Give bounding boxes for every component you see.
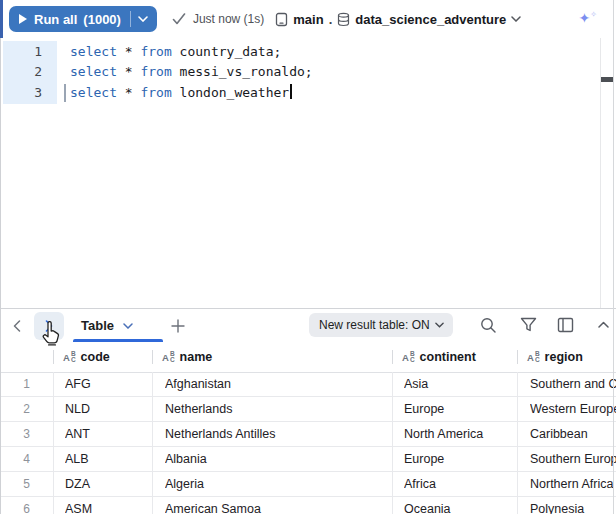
window-left-border: [0, 38, 1, 514]
filter-icon[interactable]: [520, 317, 537, 333]
cell-region[interactable]: Northern Africa: [530, 472, 616, 496]
top-toolbar: Run all (1000) Just now (1s) main . data…: [0, 0, 616, 38]
cell-continent[interactable]: Africa: [404, 472, 515, 496]
results-table: ABC code ABC name ABC continent ABC regi…: [0, 342, 616, 514]
search-icon[interactable]: [480, 317, 497, 334]
table-row: 2 NLD Netherlands Europe Western Europe: [0, 397, 616, 422]
row-number[interactable]: 4: [0, 447, 53, 471]
table-header-row: ABC code ABC name ABC continent ABC regi…: [0, 342, 616, 373]
table-row: 3 ANT Netherlands Antilles North America…: [0, 422, 616, 447]
schema-icon: [275, 12, 288, 27]
column-header-name[interactable]: ABC name: [152, 342, 392, 372]
line-number: 2: [0, 62, 42, 82]
cell-name[interactable]: Netherlands: [165, 397, 390, 421]
row-number[interactable]: 3: [0, 422, 53, 446]
cell-code[interactable]: ALB: [65, 447, 150, 471]
column-header-continent[interactable]: ABC continent: [392, 342, 517, 372]
table-row: 6 ASM American Samoa Oceania Polynesia: [0, 497, 616, 514]
cell-name[interactable]: Afghanistan: [165, 372, 390, 396]
breadcrumb-schema[interactable]: main: [293, 12, 323, 27]
cell-region[interactable]: Southern Europe: [530, 447, 616, 471]
breadcrumb-separator: .: [329, 12, 333, 27]
table-row: 4 ALB Albania Europe Southern Europe: [0, 447, 616, 472]
table-row: 5 DZA Algeria Africa Northern Africa: [0, 472, 616, 497]
run-button-divider: [130, 11, 131, 27]
line-number: 1: [0, 42, 42, 62]
cell-continent[interactable]: Europe: [404, 397, 515, 421]
status-text: Just now (1s): [193, 12, 264, 26]
cell-continent[interactable]: Asia: [404, 372, 515, 396]
text-type-icon: ABC: [63, 351, 76, 363]
row-number[interactable]: 1: [0, 372, 53, 396]
cell-code[interactable]: ASM: [65, 497, 150, 514]
code-line: 3 select * from london_weather: [0, 83, 600, 103]
breadcrumb-database[interactable]: data_science_adventure: [355, 12, 506, 27]
tab-chevron-down-icon[interactable]: [123, 323, 133, 329]
line-number: 3: [0, 83, 42, 103]
run-row-count: (1000): [83, 12, 121, 27]
row-number[interactable]: 5: [0, 472, 53, 496]
cell-name[interactable]: Albania: [165, 447, 390, 471]
new-result-table-toggle[interactable]: New result table: ON: [309, 313, 453, 337]
execution-status: Just now (1s): [172, 12, 264, 26]
sql-console-window: Run all (1000) Just now (1s) main . data…: [0, 0, 616, 514]
ai-assistant-icon[interactable]: ✦✧: [579, 10, 597, 26]
collapse-panel-icon[interactable]: [598, 321, 609, 328]
pill-chevron-down-icon: [435, 322, 444, 328]
text-type-icon: ABC: [402, 351, 415, 363]
check-icon: [172, 13, 186, 25]
column-header-region[interactable]: ABC region: [517, 342, 616, 372]
cell-region[interactable]: Western Europe: [530, 397, 616, 421]
sql-editor[interactable]: 1 select * from country_data; 2 select *…: [0, 38, 616, 308]
table-row: 1 AFG Afghanistan Asia Southern and Cent…: [0, 372, 616, 397]
text-type-icon: ABC: [527, 351, 540, 363]
cell-continent[interactable]: Oceania: [404, 497, 515, 514]
cell-code[interactable]: DZA: [65, 472, 150, 496]
cell-name[interactable]: American Samoa: [165, 497, 390, 514]
tab-table[interactable]: Table: [81, 318, 133, 333]
breadcrumb[interactable]: main . data_science_adventure: [275, 12, 521, 27]
cell-continent[interactable]: North America: [404, 422, 515, 446]
run-all-button[interactable]: Run all (1000): [9, 6, 157, 32]
cell-region[interactable]: Polynesia: [530, 497, 616, 514]
statement-range-marker: [64, 84, 66, 102]
column-header-code[interactable]: ABC code: [53, 342, 152, 372]
next-result-button[interactable]: [34, 312, 64, 340]
database-chevron-icon[interactable]: [511, 16, 521, 22]
window-right-border: [613, 0, 614, 514]
layout-panel-icon[interactable]: [557, 317, 574, 333]
code-line: 2 select * from messi_vs_ronaldo;: [0, 62, 600, 82]
database-icon: [337, 12, 350, 27]
text-caret: [290, 84, 292, 99]
cell-code[interactable]: NLD: [65, 397, 150, 421]
previous-result-button[interactable]: [13, 320, 21, 332]
results-toolbar: Table New result table: ON: [0, 309, 616, 342]
row-number[interactable]: 2: [0, 397, 53, 421]
play-icon: [19, 14, 27, 24]
run-options-chevron-icon[interactable]: [138, 16, 148, 22]
active-pane-accent: [0, 0, 3, 38]
text-type-icon: ABC: [162, 351, 175, 363]
cell-name[interactable]: Algeria: [165, 472, 390, 496]
cell-name[interactable]: Netherlands Antilles: [165, 422, 390, 446]
add-tab-button[interactable]: [171, 319, 185, 333]
cell-continent[interactable]: Europe: [404, 447, 515, 471]
cell-code[interactable]: ANT: [65, 422, 150, 446]
code-line: 1 select * from country_data;: [0, 42, 600, 62]
cell-region[interactable]: Caribbean: [530, 422, 616, 446]
hand-cursor: [41, 321, 61, 347]
row-number[interactable]: 6: [0, 497, 53, 514]
run-all-label: Run all: [34, 12, 77, 27]
cell-region[interactable]: Southern and Central Asia: [530, 372, 616, 396]
cell-code[interactable]: AFG: [65, 372, 150, 396]
